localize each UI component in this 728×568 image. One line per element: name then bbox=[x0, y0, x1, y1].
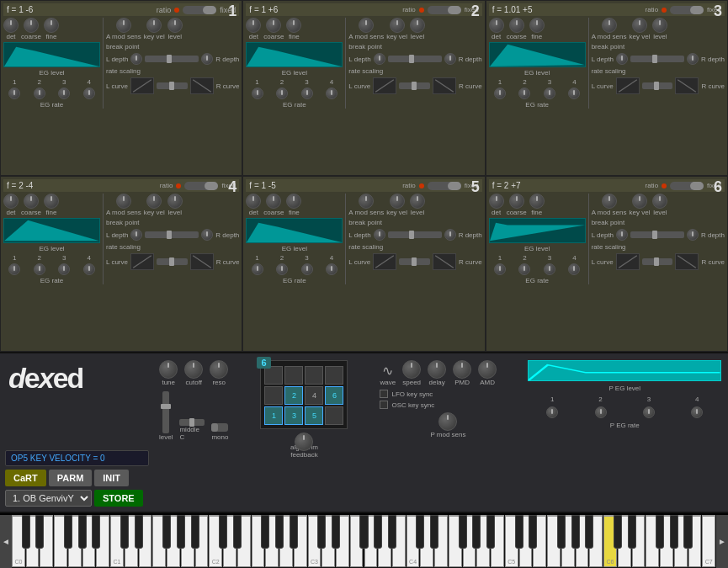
black-key[interactable] bbox=[628, 515, 636, 549]
op5-r1[interactable] bbox=[252, 263, 263, 275]
black-key[interactable] bbox=[571, 515, 580, 549]
black-key[interactable] bbox=[135, 515, 143, 549]
black-key[interactable] bbox=[557, 515, 566, 549]
algo-2-3[interactable]: 4 bbox=[305, 386, 323, 405]
op4-lv[interactable] bbox=[167, 194, 183, 209]
black-key[interactable] bbox=[416, 515, 424, 549]
reso-knob[interactable] bbox=[210, 360, 228, 379]
op2-rate3[interactable] bbox=[301, 88, 313, 99]
op3-led[interactable] bbox=[662, 8, 667, 13]
black-key[interactable] bbox=[459, 515, 467, 549]
amd-knob[interactable] bbox=[478, 360, 497, 379]
op4-r2[interactable] bbox=[34, 263, 45, 275]
op2-bp-slider[interactable] bbox=[388, 56, 442, 62]
op1-rate4[interactable] bbox=[83, 88, 95, 99]
op5-r4[interactable] bbox=[326, 263, 337, 275]
black-key[interactable] bbox=[177, 515, 185, 549]
op2-rate1[interactable] bbox=[252, 88, 263, 99]
osc-key-sync-check[interactable] bbox=[380, 401, 388, 409]
op4-kv[interactable] bbox=[146, 194, 162, 209]
op1-ldepth-knob[interactable] bbox=[130, 53, 142, 65]
black-key[interactable] bbox=[78, 515, 87, 549]
op3-ld[interactable] bbox=[616, 53, 628, 65]
op1-coarse-knob[interactable] bbox=[24, 18, 39, 33]
op3-toggle[interactable] bbox=[670, 6, 704, 14]
op6-rd[interactable] bbox=[687, 229, 699, 241]
peg-k1[interactable] bbox=[546, 406, 558, 418]
op6-det[interactable] bbox=[489, 194, 504, 209]
op1-rate3[interactable] bbox=[58, 88, 70, 99]
op5-coarse[interactable] bbox=[266, 194, 281, 209]
op6-r2[interactable] bbox=[518, 263, 530, 275]
black-key[interactable] bbox=[359, 515, 368, 549]
op2-rdepth[interactable] bbox=[444, 53, 456, 65]
algo-1-4[interactable] bbox=[325, 366, 343, 385]
op5-det[interactable] bbox=[246, 194, 261, 209]
black-key[interactable] bbox=[22, 515, 30, 549]
cutoff-knob[interactable] bbox=[184, 360, 203, 379]
op3-lv[interactable] bbox=[652, 18, 667, 33]
black-key[interactable] bbox=[585, 515, 593, 549]
algo-2-4[interactable]: 6 bbox=[325, 386, 343, 405]
black-key[interactable] bbox=[374, 515, 382, 549]
op5-led[interactable] bbox=[419, 183, 424, 188]
op4-toggle[interactable] bbox=[184, 182, 218, 190]
algo-1-3[interactable] bbox=[305, 366, 323, 385]
op6-bp-s[interactable] bbox=[630, 231, 684, 238]
op6-toggle[interactable] bbox=[670, 182, 704, 190]
peg-k4[interactable] bbox=[691, 406, 703, 418]
op6-r1[interactable] bbox=[494, 263, 506, 275]
white-key[interactable]: C7 bbox=[702, 515, 715, 567]
op6-rs[interactable] bbox=[642, 258, 673, 265]
black-key[interactable] bbox=[388, 515, 396, 549]
op1-kv-knob[interactable] bbox=[146, 18, 162, 33]
op5-lv[interactable] bbox=[410, 194, 425, 209]
preset-select[interactable]: 1. OB GenvivY bbox=[5, 490, 92, 507]
op3-fine[interactable] bbox=[529, 18, 545, 33]
lfo-speed-knob[interactable] bbox=[402, 360, 421, 379]
black-key[interactable] bbox=[219, 515, 227, 549]
op1-rate2[interactable] bbox=[34, 88, 45, 99]
op5-ld[interactable] bbox=[374, 229, 385, 241]
op4-r3[interactable] bbox=[58, 263, 70, 275]
black-key[interactable] bbox=[430, 515, 438, 549]
op3-r2[interactable] bbox=[518, 88, 530, 99]
black-key[interactable] bbox=[261, 515, 269, 549]
op3-r4[interactable] bbox=[568, 88, 580, 99]
peg-k2[interactable] bbox=[595, 406, 607, 418]
black-key[interactable] bbox=[529, 515, 537, 549]
op6-fine[interactable] bbox=[529, 194, 545, 209]
op3-det[interactable] bbox=[489, 18, 504, 33]
lfo-key-sync-check[interactable] bbox=[380, 390, 388, 398]
op4-det[interactable] bbox=[3, 194, 19, 209]
op4-r1[interactable] bbox=[8, 263, 20, 275]
op5-rs[interactable] bbox=[399, 258, 430, 265]
peg-k3[interactable] bbox=[643, 406, 655, 418]
op6-ld[interactable] bbox=[616, 229, 628, 241]
op2-toggle[interactable] bbox=[428, 6, 461, 14]
op4-rd[interactable] bbox=[201, 229, 213, 241]
black-key[interactable] bbox=[614, 515, 622, 549]
pmd-knob[interactable] bbox=[453, 360, 471, 379]
op4-led[interactable] bbox=[176, 183, 181, 188]
op6-coarse[interactable] bbox=[509, 194, 524, 209]
black-key[interactable] bbox=[120, 515, 129, 549]
op1-rate1[interactable] bbox=[8, 88, 20, 99]
op1-rdepth-knob[interactable] bbox=[201, 53, 213, 65]
op3-r1[interactable] bbox=[494, 88, 506, 99]
op5-kv[interactable] bbox=[390, 194, 405, 209]
black-key[interactable] bbox=[64, 515, 72, 549]
piano-arrow-right[interactable]: ► bbox=[716, 515, 728, 568]
algo-3-3[interactable]: 5 bbox=[305, 406, 323, 425]
algo-3-1[interactable]: 1 bbox=[264, 406, 283, 425]
black-key[interactable] bbox=[683, 515, 692, 549]
op4-r4[interactable] bbox=[83, 263, 95, 275]
op2-ldepth[interactable] bbox=[374, 53, 385, 65]
black-key[interactable] bbox=[317, 515, 326, 549]
op6-r3[interactable] bbox=[544, 263, 555, 275]
op1-level-knob[interactable] bbox=[167, 18, 183, 33]
piano-arrow-left[interactable]: ◄ bbox=[0, 515, 12, 568]
black-key[interactable] bbox=[290, 515, 298, 549]
op4-fine[interactable] bbox=[44, 194, 59, 209]
op1-ams-knob[interactable] bbox=[116, 18, 131, 33]
